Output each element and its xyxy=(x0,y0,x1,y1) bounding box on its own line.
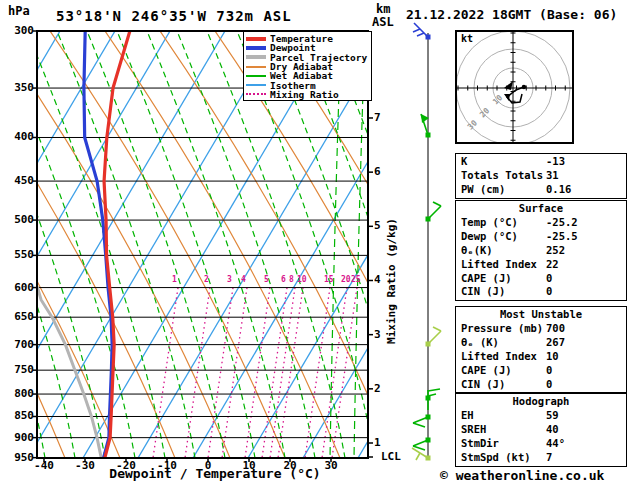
legend-swatch xyxy=(246,93,266,95)
stats-value: 7 xyxy=(546,451,552,465)
pressure-tick-label: 600 xyxy=(8,281,34,294)
mixing-ratio-line xyxy=(208,288,233,458)
temp-tick-label: -20 xyxy=(109,459,143,472)
temp-tick-label: 10 xyxy=(232,459,266,472)
legend-item: Mixing Ratio xyxy=(246,90,371,99)
pressure-tick-label: 900 xyxy=(8,431,34,444)
stats-label: Lifted Index xyxy=(461,258,537,270)
stats-box-hodograph: HodographEH59SREH40StmDir44°StmSpd (kt)7 xyxy=(455,393,627,467)
legend-label: Mixing Ratio xyxy=(270,90,339,99)
legend-swatch xyxy=(246,75,266,77)
stats-label: CAPE (J) xyxy=(461,272,512,284)
stats-row: Lifted Index10 xyxy=(456,350,626,364)
mixing-ratio-axis-title: Mixing Ratio (g/kg) xyxy=(385,218,398,344)
wind-barb-marker xyxy=(426,133,431,138)
temp-tick-label: 0 xyxy=(191,459,225,472)
stats-value: -13 xyxy=(546,155,565,169)
pressure-tick-label: 850 xyxy=(8,409,34,422)
stats-label: Lifted Index xyxy=(461,350,537,362)
stats-label: SREH xyxy=(461,423,486,435)
pressure-tick-label: 750 xyxy=(8,363,34,376)
pressure-tick-label: 550 xyxy=(8,248,34,261)
stats-label: StmDir xyxy=(461,437,499,449)
mixing-ratio-label: 25 xyxy=(351,275,361,284)
wind-barb-marker xyxy=(426,217,431,222)
stats-row: CAPE (J)0 xyxy=(456,272,626,286)
altitude-unit-label: km xyxy=(376,2,390,16)
stats-value: -25.2 xyxy=(546,216,578,230)
mixing-ratio-label: 8 xyxy=(289,275,294,284)
isotherm-line xyxy=(0,31,5,458)
stats-value: 267 xyxy=(546,336,565,350)
km-tick-label: 2 xyxy=(374,382,381,395)
hodograph-unit-label: kt xyxy=(461,33,473,44)
pressure-tick-label: 450 xyxy=(8,174,34,187)
wind-barb-marker xyxy=(426,456,431,461)
stats-box-header: Surface xyxy=(456,202,626,216)
hodograph-arrowhead xyxy=(504,81,513,90)
altitude-asl-label: ASL xyxy=(372,15,394,29)
wind-barb-marker xyxy=(426,396,431,401)
wind-barb-marker xyxy=(426,415,431,420)
km-tick-label: 1 xyxy=(374,436,381,449)
legend-swatch xyxy=(246,55,266,59)
temp-tick-label: -40 xyxy=(27,459,61,472)
stats-value: 10 xyxy=(546,350,559,364)
mixing-ratio-line xyxy=(153,288,178,458)
stats-value: 0 xyxy=(546,272,552,286)
hodograph-trace-start xyxy=(522,85,526,89)
mixing-ratio-label: 20 xyxy=(341,275,351,284)
skewt-sounding-page: { "header": { "pressure_unit": "hPa", "s… xyxy=(0,0,629,486)
stats-label: Pressure (mb) xyxy=(461,322,543,334)
stats-row: Temp (°C)-25.2 xyxy=(456,216,626,230)
pressure-unit-label: hPa xyxy=(8,4,30,18)
pressure-tick-label: 650 xyxy=(8,310,34,323)
stats-label: EH xyxy=(461,409,474,421)
lcl-label: LCL xyxy=(381,450,401,463)
copyright-footer: © weatheronline.co.uk xyxy=(440,468,604,483)
stats-row: K-13 xyxy=(456,155,626,169)
legend-box: TemperatureDewpointParcel TrajectoryDry … xyxy=(243,31,372,101)
legend-swatch xyxy=(246,66,266,68)
stats-box-surface: SurfaceTemp (°C)-25.2Dewp (°C)-25.5θₑ(K)… xyxy=(455,200,627,301)
mixing-ratio-label: 5 xyxy=(264,275,269,284)
wind-barb-marker xyxy=(426,35,431,40)
legend-swatch xyxy=(246,46,266,50)
stats-row: StmSpd (kt)7 xyxy=(456,451,626,465)
km-tick-label: 5 xyxy=(374,219,381,232)
pressure-tick-label: 800 xyxy=(8,387,34,400)
stats-label: Temp (°C) xyxy=(461,216,518,228)
stats-row: EH59 xyxy=(456,409,626,423)
stats-label: θₑ(K) xyxy=(461,244,493,256)
pressure-tick-label: 350 xyxy=(8,81,34,94)
km-tick-label: 3 xyxy=(374,328,381,341)
stats-value: 0 xyxy=(546,378,552,392)
mixing-ratio-label: 1 xyxy=(172,275,177,284)
mixing-ratio-line xyxy=(278,288,303,458)
hodograph: 102030 xyxy=(456,31,573,145)
km-tick-label: 6 xyxy=(374,165,381,178)
mixing-ratio-label: 10 xyxy=(297,275,307,284)
wind-barb-marker xyxy=(426,342,431,347)
stats-label: StmSpd (kt) xyxy=(461,451,531,463)
mixing-ratio-label: 15 xyxy=(324,275,334,284)
stats-box-most-unstable: Most UnstablePressure (mb)700θₑ (K)267Li… xyxy=(455,306,627,393)
stats-label: K xyxy=(461,155,467,167)
temp-tick-label: -10 xyxy=(150,459,184,472)
stats-value: 700 xyxy=(546,322,565,336)
stats-row: Lifted Index22 xyxy=(456,258,626,272)
hodograph-arrowhead xyxy=(504,94,510,101)
stats-value: 40 xyxy=(546,423,559,437)
legend-swatch xyxy=(246,84,266,86)
stats-row: θₑ (K)267 xyxy=(456,336,626,350)
stats-row: PW (cm)0.16 xyxy=(456,183,626,197)
stats-label: Dewp (°C) xyxy=(461,230,518,242)
stats-row: Totals Totals31 xyxy=(456,169,626,183)
stats-row: CIN (J)0 xyxy=(456,378,626,392)
stats-value: 252 xyxy=(546,244,565,258)
stats-row: θₑ(K)252 xyxy=(456,244,626,258)
mixing-ratio-label: 3 xyxy=(227,275,232,284)
wind-barb-ne-tick xyxy=(428,202,441,219)
pressure-tick-label: 700 xyxy=(8,338,34,351)
stats-row: Pressure (mb)700 xyxy=(456,322,626,336)
